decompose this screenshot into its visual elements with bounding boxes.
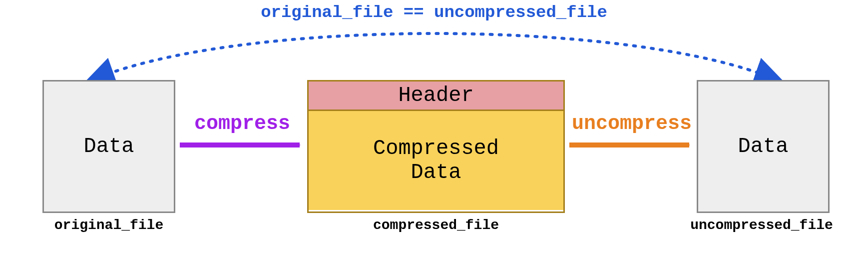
- compressed-file-box: Header Compressed Data: [307, 80, 565, 213]
- compressed-file-header: Header: [309, 82, 563, 111]
- compressed-file-label: compressed_file: [307, 218, 565, 233]
- uncompress-arrow-label: uncompress: [564, 112, 699, 135]
- uncompressed-file-content: Data: [738, 134, 789, 158]
- compress-arrow-label: compress: [180, 112, 305, 135]
- equivalence-label: original_file == uncompressed_file: [0, 3, 868, 22]
- uncompressed-file-label: uncompressed_file: [662, 218, 862, 233]
- original-file-content: Data: [84, 134, 134, 158]
- compression-diagram: original_file == uncompressed_file Data …: [0, 0, 868, 260]
- original-file-box: Data: [42, 80, 175, 213]
- uncompressed-file-box: Data: [697, 80, 830, 213]
- compressed-file-content: Compressed Data: [309, 111, 563, 210]
- original-file-label: original_file: [42, 218, 175, 233]
